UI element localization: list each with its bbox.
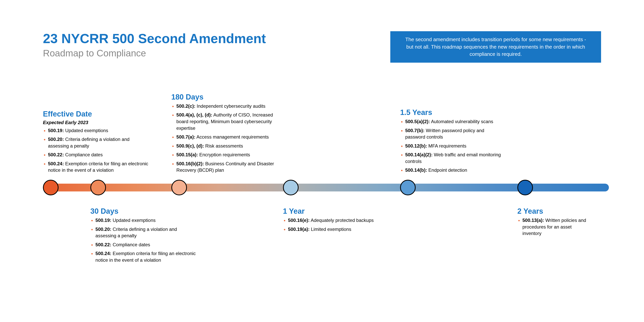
milestones-bottom: 30 Days500.19: Updated exemptions500.20:… xyxy=(43,207,601,301)
list-item: 500.14(a)(2): Web traffic and email moni… xyxy=(400,152,506,164)
item-ref: 500.22: xyxy=(48,152,64,157)
timeline-circle-2years xyxy=(517,180,533,195)
main-title: 23 NYCRR 500 Second Amendment xyxy=(43,31,266,46)
item-text: Encryption requirements xyxy=(198,152,250,157)
list-item: 500.19: Updated exemptions xyxy=(43,127,148,134)
header-row: 23 NYCRR 500 Second Amendment Roadmap to… xyxy=(43,31,601,63)
milestone-title: 1.5 Years xyxy=(400,108,506,117)
timeline-circle-1year xyxy=(283,180,298,195)
milestone-180days: 180 Days500.2(c): Independent cybersecur… xyxy=(171,93,277,176)
item-ref: 500.16(e): xyxy=(288,218,310,223)
milestone-list: 500.2(c): Independent cybersecurity audi… xyxy=(171,103,277,174)
item-text: Compliance dates xyxy=(64,152,103,157)
item-ref: 500.14(a)(2): xyxy=(405,152,432,157)
item-text: Independent cybersecurity audits xyxy=(195,104,266,109)
milestone-title: 180 Days xyxy=(171,93,277,101)
list-item: 500.2(c): Independent cybersecurity audi… xyxy=(171,103,277,110)
milestone-list: 500.19: Updated exemptions500.20: Criter… xyxy=(43,127,148,174)
list-item: 500.9(c), (d): Risk assessments xyxy=(171,143,277,149)
item-ref: 500.4(a), (c), (d): xyxy=(176,112,212,118)
list-item: 500.22: Compliance dates xyxy=(43,152,148,158)
item-text: MFA requirements xyxy=(427,143,466,148)
milestone-list: 500.13(a): Written policies and procedur… xyxy=(517,217,592,237)
subtitle: Roadmap to Compliance xyxy=(43,48,266,58)
milestone-list: 500.5(a)(2): Automated vulnerability sca… xyxy=(400,118,506,174)
timeline-circle-1.5years xyxy=(400,180,416,195)
list-item: 500.7(b): Written password policy and pa… xyxy=(400,127,506,140)
milestone-30days: 30 Days500.19: Updated exemptions500.20:… xyxy=(90,207,196,266)
milestone-2years: 2 Years500.13(a): Written policies and p… xyxy=(517,207,592,239)
list-item: 500.19: Updated exemptions xyxy=(90,217,196,224)
list-item: 500.22: Compliance dates xyxy=(90,242,196,248)
list-item: 500.20: Criteria defining a violation an… xyxy=(43,136,148,149)
timeline-circle-30days xyxy=(90,180,106,195)
item-ref: 500.7(b): xyxy=(405,128,424,133)
milestone-list: 500.19: Updated exemptions500.20: Criter… xyxy=(90,217,196,264)
list-item: 500.16(b)(2): Business Continuity and Di… xyxy=(171,160,277,174)
milestone-list: 500.16(e): Adequately protected backups5… xyxy=(283,217,388,232)
timeline xyxy=(43,178,601,197)
milestones-top: Effective DateExpected Early 2023500.19:… xyxy=(43,74,601,176)
title-block: 23 NYCRR 500 Second Amendment Roadmap to… xyxy=(43,31,266,58)
item-ref: 500.12(b): xyxy=(405,143,427,148)
milestone-subtitle: Expected Early 2023 xyxy=(43,120,148,125)
item-text: Endpoint detection xyxy=(427,168,467,173)
item-ref: 500.22: xyxy=(96,242,111,247)
item-ref: 500.14(b): xyxy=(405,168,427,173)
list-item: 500.15(a): Encryption requirements xyxy=(171,152,277,158)
milestone-title: 2 Years xyxy=(517,207,592,216)
item-text: Risk assessments xyxy=(204,143,243,148)
list-item: 500.19(a): Limited exemptions xyxy=(283,226,388,232)
milestone-title: 30 Days xyxy=(90,207,196,216)
list-item: 500.20: Criteria defining a violation an… xyxy=(90,226,196,239)
list-item: 500.7(a): Access management requirements xyxy=(171,134,277,140)
milestone-1year: 1 Year500.16(e): Adequately protected ba… xyxy=(283,207,388,235)
list-item: 500.5(a)(2): Automated vulnerability sca… xyxy=(400,118,506,125)
item-ref: 500.15(a): xyxy=(176,152,198,157)
list-item: 500.12(b): MFA requirements xyxy=(400,143,506,149)
item-ref: 500.9(c), (d): xyxy=(176,143,204,148)
item-ref: 500.24: xyxy=(96,251,111,256)
item-ref: 500.20: xyxy=(48,136,64,142)
milestone-1.5years: 1.5 Years500.5(a)(2): Automated vulnerab… xyxy=(400,108,506,176)
item-ref: 500.16(b)(2): xyxy=(176,161,204,166)
list-item: 500.4(a), (c), (d): Authority of CISO, I… xyxy=(171,112,277,131)
roadmap: Effective DateExpected Early 2023500.19:… xyxy=(43,74,601,301)
item-text: Updated exemptions xyxy=(112,218,156,223)
item-ref: 500.24: xyxy=(48,161,64,166)
item-text: Compliance dates xyxy=(112,242,150,247)
item-text: Updated exemptions xyxy=(64,128,108,133)
item-ref: 500.19(a): xyxy=(288,226,310,232)
item-text: Limited exemptions xyxy=(310,226,351,232)
list-item: 500.13(a): Written policies and procedur… xyxy=(517,217,592,237)
info-box: The second amendment includes transition… xyxy=(390,31,601,63)
item-text: Access management requirements xyxy=(195,134,269,140)
list-item: 500.16(e): Adequately protected backups xyxy=(283,217,388,224)
list-item: 500.14(b): Endpoint detection xyxy=(400,167,506,174)
item-ref: 500.7(a): xyxy=(176,134,195,140)
item-ref: 500.19: xyxy=(48,128,64,133)
item-ref: 500.19: xyxy=(96,218,111,223)
milestone-effective: Effective DateExpected Early 2023500.19:… xyxy=(43,110,148,176)
item-text: Automated vulnerability scans xyxy=(430,119,493,124)
timeline-circle-effective xyxy=(43,180,58,195)
list-item: 500.24: Exemption criteria for filing an… xyxy=(90,250,196,263)
item-ref: 500.2(c): xyxy=(176,104,195,109)
item-ref: 500.13(a): xyxy=(522,218,544,223)
item-ref: 500.5(a)(2): xyxy=(405,119,430,124)
item-text: Adequately protected backups xyxy=(310,218,374,223)
item-ref: 500.20: xyxy=(96,226,111,232)
timeline-circle-180days xyxy=(171,180,187,195)
milestone-title: 1 Year xyxy=(283,207,388,216)
milestone-title: Effective Date xyxy=(43,110,148,118)
list-item: 500.24: Exemption criteria for filing an… xyxy=(43,160,148,174)
